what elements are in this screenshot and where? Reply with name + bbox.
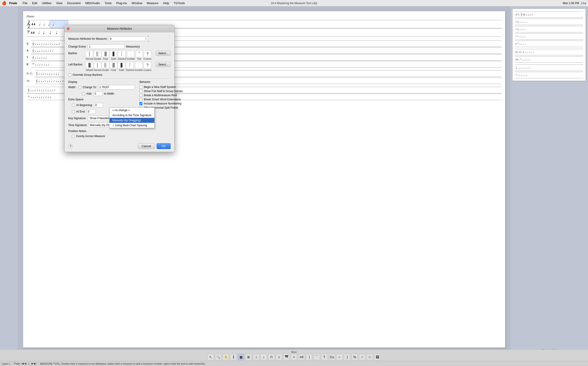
left-barline-normal[interactable]: Normal <box>94 62 101 71</box>
app-name[interactable]: Finale <box>9 2 17 5</box>
left-barline-icons-row: Default Normal Double <box>86 62 154 71</box>
menu-utilities[interactable]: Utilities <box>40 1 53 5</box>
left-barline-custom[interactable]: ? Custom <box>144 62 151 71</box>
dropdown-option-beat-chart[interactable]: Using Beat-Chart Spacing <box>110 123 154 128</box>
show-full-staff-checkbox[interactable] <box>139 90 142 93</box>
measure-number-input[interactable] <box>109 37 146 41</box>
fret-tool-icon[interactable]: ⌐ <box>336 354 343 360</box>
include-measure-numbering-checkbox[interactable] <box>139 102 142 105</box>
extra-space-row: Extra Space: <box>68 98 135 101</box>
left-barline-select-button[interactable]: Select... <box>156 62 171 67</box>
add-value-input[interactable] <box>93 92 103 96</box>
barline-double[interactable]: Double <box>94 51 101 60</box>
left-barline-final[interactable]: Final <box>110 62 117 71</box>
position-notes-label: Position Notes: <box>68 130 87 133</box>
add-checkbox[interactable] <box>82 92 85 95</box>
measure-tool-icon[interactable]: ▦ <box>238 354 244 360</box>
dropdown-option-no-change[interactable]: « no change » <box>110 108 154 113</box>
dropdown-option-according[interactable]: According to the Time Signature <box>110 113 154 118</box>
measures-label: Measure(s) <box>126 45 140 48</box>
to-width-label: to Width <box>104 92 114 95</box>
left-barline-double[interactable]: Double <box>102 62 109 71</box>
change-every-input[interactable] <box>88 44 124 49</box>
graphics-tool-icon[interactable]: 🖼 <box>374 354 381 360</box>
left-barline-dashed[interactable]: Dashed <box>126 62 134 71</box>
ok-button[interactable]: OK <box>157 143 171 149</box>
hand-tool-icon[interactable]: ✋ <box>222 354 229 360</box>
percent-tool-icon[interactable]: % <box>351 354 358 360</box>
barline-invisible[interactable]: Invisible <box>127 51 135 60</box>
arrow-tool-icon[interactable]: ↖ <box>207 354 214 360</box>
menu-measure[interactable]: Measure <box>145 1 160 5</box>
at-end-input[interactable] <box>87 109 96 114</box>
barline-normal[interactable]: Normal <box>86 51 93 60</box>
menu-help[interactable]: Help <box>161 1 171 5</box>
ossia-tool-icon[interactable]: □ <box>367 354 373 360</box>
menu-midi-audio[interactable]: MIDI/Audio <box>83 1 102 5</box>
dropdown-option-manually[interactable]: Manually (by Dragging) <box>110 118 154 123</box>
begin-new-staff-checkbox[interactable] <box>139 86 142 89</box>
measure-number-stepper[interactable]: ⌃⌄ <box>147 35 150 42</box>
dialog-footer: ? Cancel OK <box>65 141 174 152</box>
expression-tool-icon[interactable]: mf <box>298 354 305 360</box>
left-barline-invisible[interactable]: Invisible <box>135 62 143 71</box>
at-end-checkbox[interactable] <box>72 110 75 113</box>
barline-select-button[interactable]: Select... <box>156 51 171 56</box>
at-beginning-checkbox[interactable] <box>72 104 75 107</box>
smart-shape-icon[interactable]: ⌒ <box>313 354 320 360</box>
break-smart-word-checkbox[interactable] <box>139 98 142 101</box>
behavior-item-0: Begin a New Staff System <box>139 85 183 89</box>
slash-tool-icon[interactable]: ⁄ <box>359 354 366 360</box>
menu-tools[interactable]: Tools <box>103 1 113 5</box>
dialog-close-button[interactable] <box>67 27 69 30</box>
menu-plugins[interactable]: Plug-ins <box>115 1 129 5</box>
crescendo-tool-icon[interactable]: ⟨ <box>306 354 312 360</box>
menu-document[interactable]: Document <box>65 1 83 5</box>
menu-view[interactable]: View <box>54 1 64 5</box>
left-barline-default[interactable]: Default <box>86 62 93 71</box>
lyrics-tool-icon[interactable]: ♫ <box>276 354 282 360</box>
barline-solid[interactable]: Solid <box>110 51 117 60</box>
measure-attributes-dialog: Measure Attributes Measure Attributes fo… <box>64 25 175 152</box>
barline-custom[interactable]: ? Custom <box>144 51 151 60</box>
at-beginning-input[interactable] <box>94 103 103 107</box>
left-barline-solid[interactable]: Solid <box>118 62 125 71</box>
behavior-title: Behavior <box>139 80 183 84</box>
behavior-item-3: Break Smart Word Extensions <box>139 98 183 101</box>
break-multimeasure-checkbox[interactable] <box>139 94 142 97</box>
change-to-checkbox[interactable] <box>78 86 81 89</box>
menu-tgtools[interactable]: TGTools <box>172 1 186 5</box>
position-notes-row: Position Notes: <box>68 130 135 133</box>
note-tool-icon[interactable]: ♩ <box>253 354 259 360</box>
help-button[interactable]: ? <box>68 144 73 149</box>
measure-for-row: Measure Attributes for Measure: ⌃⌄ <box>68 35 171 42</box>
svg-rect-9 <box>88 63 90 68</box>
clef-tool-icon[interactable]: 𝄞 <box>230 354 237 360</box>
menu-file[interactable]: File <box>21 1 29 5</box>
barline-final[interactable]: Final <box>102 51 109 60</box>
barline-dashed[interactable]: Dashed <box>118 51 126 60</box>
override-group-checkbox[interactable] <box>68 74 71 76</box>
apple-menu[interactable]: 🍎 <box>2 1 7 5</box>
staff-tool-icon[interactable]: ⊞ <box>245 354 252 360</box>
override-group-label: Override Group Barlines <box>73 73 102 76</box>
cancel-button[interactable]: Cancel <box>138 143 155 149</box>
left-barline-label: Left Barline: <box>68 62 84 66</box>
width-value-input[interactable] <box>98 85 135 90</box>
chord-tool-icon[interactable]: Cu <box>329 354 335 360</box>
eighth-note-icon[interactable]: ♪ <box>260 354 267 360</box>
tuplet-tool-icon[interactable]: T <box>321 354 328 360</box>
menu-edit[interactable]: Edit <box>30 1 39 5</box>
evenly-across-checkbox[interactable] <box>72 135 75 138</box>
articulation-tool-icon[interactable]: ≈ <box>291 354 297 360</box>
svg-rect-16 <box>121 63 122 68</box>
piano-tool-icon[interactable]: 🎹 <box>283 354 290 360</box>
toolbar-label: Main <box>291 351 297 353</box>
zoom-tool-icon[interactable]: 🔍 <box>215 354 221 360</box>
beam-tool-icon[interactable]: ⊓ <box>268 354 275 360</box>
repeat-tool-icon[interactable]: :| <box>344 354 350 360</box>
begin-new-staff-label: Begin a New Staff System <box>144 85 176 89</box>
menu-window[interactable]: Window <box>130 1 144 5</box>
barline-tick[interactable]: Tick <box>136 51 143 60</box>
menubar: 🍎 Finale File Edit Utilities View Docume… <box>0 0 588 7</box>
